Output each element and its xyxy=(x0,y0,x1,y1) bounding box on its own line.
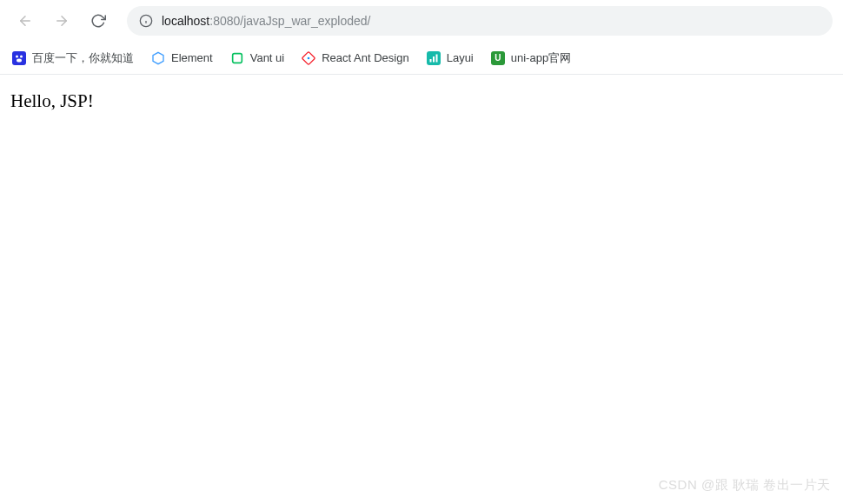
arrow-left-icon xyxy=(17,13,33,29)
address-bar[interactable]: localhost:8080/javaJsp_war_exploded/ xyxy=(127,6,833,36)
svg-rect-13 xyxy=(433,56,435,63)
browser-toolbar: localhost:8080/javaJsp_war_exploded/ xyxy=(0,0,843,42)
reload-icon xyxy=(90,13,106,29)
svg-rect-9 xyxy=(232,53,242,63)
page-content: Hello, JSP! xyxy=(0,75,843,128)
url-path: :8080/javaJsp_war_exploded/ xyxy=(209,14,370,28)
uniapp-icon: U xyxy=(491,51,505,65)
bookmark-label: uni-app官网 xyxy=(511,50,571,66)
forward-button[interactable] xyxy=(47,6,76,36)
bookmark-vant[interactable]: Vant ui xyxy=(230,51,285,65)
back-button[interactable] xyxy=(10,6,40,36)
bookmark-label: React Ant Design xyxy=(322,51,408,64)
vant-icon xyxy=(230,51,244,65)
bookmark-uniapp[interactable]: U uni-app官网 xyxy=(491,50,571,66)
bookmark-label: 百度一下，你就知道 xyxy=(32,50,134,66)
bookmark-label: Element xyxy=(171,51,213,64)
site-info-icon[interactable] xyxy=(139,14,153,28)
antd-icon xyxy=(302,51,315,65)
baidu-icon xyxy=(12,51,26,65)
arrow-right-icon xyxy=(54,13,70,29)
layui-icon xyxy=(427,51,441,65)
watermark-text: CSDN @跟 耿瑞 卷出一片天 xyxy=(659,477,831,494)
bookmarks-bar: 百度一下，你就知道 Element Vant ui React Ant Desi… xyxy=(0,42,843,75)
svg-rect-14 xyxy=(435,54,437,62)
svg-marker-8 xyxy=(153,52,163,63)
svg-point-11 xyxy=(308,56,310,59)
bookmark-element[interactable]: Element xyxy=(151,51,213,65)
svg-rect-12 xyxy=(429,59,431,63)
svg-point-6 xyxy=(20,55,23,57)
svg-point-5 xyxy=(16,55,18,57)
bookmark-label: Vant ui xyxy=(250,51,285,64)
url-text: localhost:8080/javaJsp_war_exploded/ xyxy=(162,14,371,28)
bookmark-react-antd[interactable]: React Ant Design xyxy=(302,51,408,65)
svg-point-7 xyxy=(17,58,22,62)
reload-button[interactable] xyxy=(83,6,113,36)
bookmark-label: Layui xyxy=(447,51,474,64)
element-icon xyxy=(151,51,165,65)
page-heading: Hello, JSP! xyxy=(10,90,833,112)
bookmark-baidu[interactable]: 百度一下，你就知道 xyxy=(12,50,134,66)
bookmark-layui[interactable]: Layui xyxy=(427,51,474,65)
url-host: localhost xyxy=(162,14,209,28)
